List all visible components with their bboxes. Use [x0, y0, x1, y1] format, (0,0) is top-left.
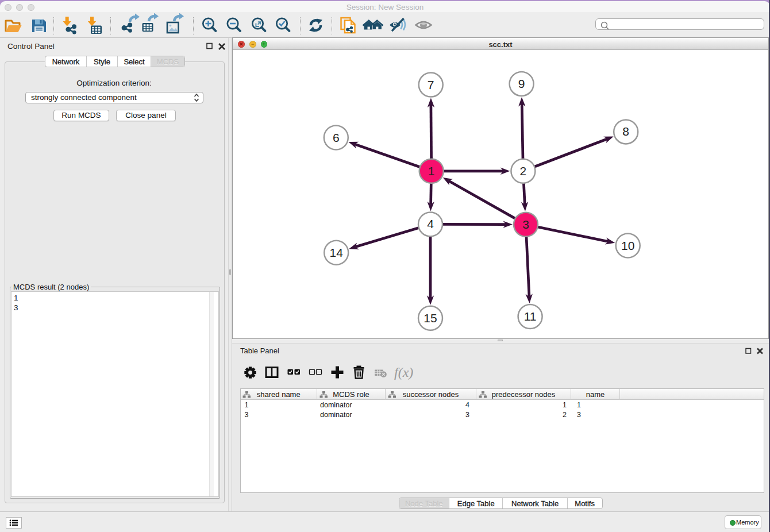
svg-text:1: 1 [428, 164, 435, 178]
svg-text:f(x): f(x) [394, 365, 413, 380]
svg-text:11: 11 [524, 310, 537, 323]
svg-text:10: 10 [621, 239, 634, 252]
svg-text:15: 15 [424, 311, 437, 325]
svg-text:4: 4 [427, 217, 434, 230]
svg-text:14: 14 [330, 246, 344, 259]
svg-text:9: 9 [518, 77, 525, 90]
svg-text:8: 8 [622, 125, 629, 138]
svg-text:3: 3 [522, 218, 529, 231]
svg-text:2: 2 [520, 164, 527, 178]
svg-text:6: 6 [333, 131, 340, 144]
svg-text:7: 7 [428, 78, 434, 91]
